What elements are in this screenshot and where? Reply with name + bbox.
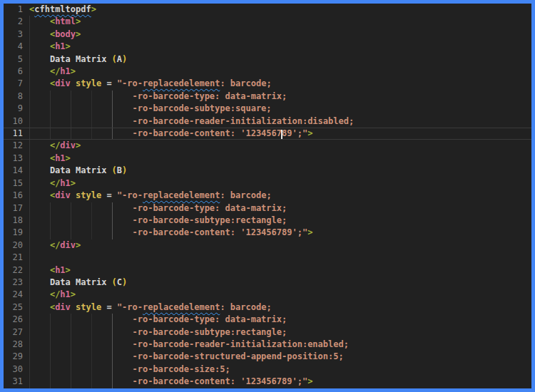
line-number[interactable]: 8 xyxy=(4,91,29,103)
line-number[interactable]: 23 xyxy=(4,277,29,289)
code-token: -ro-barcode-subtype:square; xyxy=(133,103,272,113)
code-line[interactable]: 7 <div style = "-ro-replacedelement: bar… xyxy=(4,78,531,90)
code-line[interactable]: 15 </h1> xyxy=(4,177,531,190)
code-token: h1 xyxy=(55,41,65,51)
code-line[interactable]: 27 -ro-barcode-subtype:rectangle; xyxy=(4,326,531,339)
line-number[interactable]: 26 xyxy=(4,314,29,326)
code-token xyxy=(29,227,133,237)
line-number[interactable]: 15 xyxy=(4,177,29,190)
line-number[interactable]: 17 xyxy=(4,202,29,215)
code-editor[interactable]: 1<cfhtmltopdf>2 <html>3 <body>4 <h1>5 Da… xyxy=(4,4,531,388)
code-line[interactable]: 1<cfhtmltopdf> xyxy=(4,4,531,16)
line-number[interactable]: 12 xyxy=(4,140,29,152)
code-content: -ro-barcode-subtype:rectangle; xyxy=(29,326,531,339)
code-token xyxy=(29,41,50,51)
line-number[interactable]: 29 xyxy=(4,351,29,363)
code-token: -ro-barcode-type: data-matrix; xyxy=(133,91,287,101)
code-token xyxy=(29,351,133,361)
code-token: body xyxy=(55,29,76,39)
line-number[interactable]: 7 xyxy=(4,78,29,90)
code-content: <html> xyxy=(29,16,531,28)
code-line[interactable]: 19 -ro-barcode-content: '123456789';"> xyxy=(4,227,531,239)
line-number[interactable]: 14 xyxy=(4,165,29,177)
code-line[interactable]: 31 -ro-barcode-content: '123456789';"> xyxy=(4,376,531,388)
code-token: Data Matrix xyxy=(29,277,112,287)
code-line[interactable]: 16 <div style = "-ro-replacedelement: ba… xyxy=(4,190,531,202)
code-line[interactable]: 25 <div style = "-ro-replacedelement: ba… xyxy=(4,301,531,314)
line-number[interactable]: 6 xyxy=(4,66,29,78)
line-number[interactable]: 1 xyxy=(4,4,29,16)
code-line[interactable]: 23 Data Matrix (C) xyxy=(4,277,531,289)
line-number[interactable]: 24 xyxy=(4,289,29,301)
line-number[interactable]: 28 xyxy=(4,339,29,351)
code-token xyxy=(29,376,133,386)
line-number[interactable]: 2 xyxy=(4,16,29,28)
code-token xyxy=(71,302,76,312)
code-line[interactable]: 21 xyxy=(4,252,531,264)
code-token: > xyxy=(76,16,81,26)
code-token: cfhtmltopdf xyxy=(34,4,91,14)
code-line[interactable]: 18 -ro-barcode-subtype:rectangle; xyxy=(4,215,531,227)
code-token: style xyxy=(76,190,101,200)
line-number[interactable]: 11 xyxy=(4,128,29,139)
code-line[interactable]: 9 -ro-barcode-subtype:square; xyxy=(4,103,531,115)
code-token xyxy=(29,314,133,324)
code-token xyxy=(29,178,50,188)
line-number[interactable]: 10 xyxy=(4,115,29,128)
code-line[interactable]: 2 <html> xyxy=(4,16,531,28)
code-token: ( xyxy=(112,54,117,64)
code-line[interactable]: 30 -ro-barcode-size:5; xyxy=(4,363,531,376)
line-number[interactable]: 9 xyxy=(4,103,29,115)
code-token: > xyxy=(76,29,81,39)
code-line[interactable]: 29 -ro-barcode-structured-append-positio… xyxy=(4,351,531,363)
code-token: "-ro- xyxy=(117,190,143,200)
line-number[interactable]: 19 xyxy=(4,227,29,239)
line-number[interactable]: 20 xyxy=(4,239,29,252)
code-content: </h1> xyxy=(29,177,531,190)
line-number[interactable]: 13 xyxy=(4,153,29,165)
code-line[interactable]: 28 -ro-barcode-reader-initialization:ena… xyxy=(4,339,531,351)
code-line[interactable]: 4 <h1> xyxy=(4,41,531,53)
code-line[interactable]: 14 Data Matrix (B) xyxy=(4,165,531,177)
code-token: = xyxy=(101,78,117,88)
code-line[interactable]: 8 -ro-barcode-type: data-matrix; xyxy=(4,91,531,103)
code-token: ) xyxy=(122,165,127,175)
code-line[interactable]: 24 </h1> xyxy=(4,289,531,301)
code-line[interactable]: 6 </h1> xyxy=(4,66,531,78)
line-number[interactable]: 22 xyxy=(4,264,29,277)
code-line[interactable]: 20 </div> xyxy=(4,239,531,252)
line-number[interactable]: 3 xyxy=(4,29,29,41)
code-token: ) xyxy=(122,54,127,64)
code-line[interactable]: 11 -ro-barcode-content: '123456789';"> xyxy=(4,128,531,140)
code-token: 89';" xyxy=(282,128,307,138)
line-number[interactable]: 30 xyxy=(4,363,29,376)
code-token: html xyxy=(55,16,76,26)
code-token: ( xyxy=(112,277,117,287)
code-token: </ xyxy=(50,240,60,250)
line-number[interactable]: 25 xyxy=(4,301,29,314)
line-number[interactable]: 5 xyxy=(4,53,29,66)
code-line[interactable]: 22 <h1> xyxy=(4,264,531,277)
code-line[interactable]: 13 <h1> xyxy=(4,153,531,165)
code-token: -ro-barcode-content: '1234567 xyxy=(133,128,282,138)
code-content: -ro-barcode-type: data-matrix; xyxy=(29,91,531,103)
line-number[interactable]: 18 xyxy=(4,215,29,227)
line-number[interactable]: 21 xyxy=(4,252,29,264)
code-line[interactable]: 26 -ro-barcode-type: data-matrix; xyxy=(4,314,531,326)
line-number[interactable]: 31 xyxy=(4,376,29,388)
code-line[interactable]: 10 -ro-barcode-reader-initialization:dis… xyxy=(4,115,531,128)
code-token: </ xyxy=(50,178,60,188)
code-token: > xyxy=(91,4,96,14)
code-token: > xyxy=(66,265,71,275)
code-line[interactable]: 5 Data Matrix (A) xyxy=(4,53,531,66)
line-number[interactable]: 16 xyxy=(4,190,29,202)
code-content: </h1> xyxy=(29,289,531,301)
code-token: B xyxy=(117,165,122,175)
code-line[interactable]: 12 </div> xyxy=(4,140,531,152)
line-number[interactable]: 27 xyxy=(4,326,29,339)
line-number[interactable]: 4 xyxy=(4,41,29,53)
code-line[interactable]: 17 -ro-barcode-type: data-matrix; xyxy=(4,202,531,215)
code-token xyxy=(29,327,133,337)
code-token: h1 xyxy=(55,153,65,163)
code-line[interactable]: 3 <body> xyxy=(4,29,531,41)
